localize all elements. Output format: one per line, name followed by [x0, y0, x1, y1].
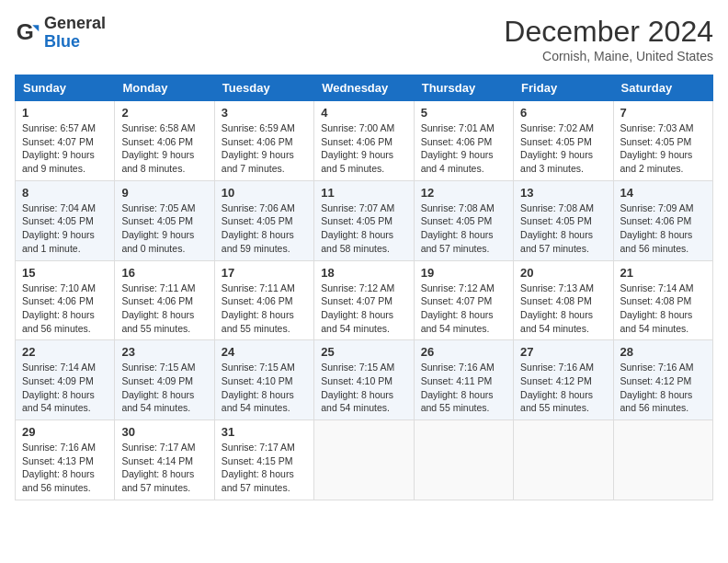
cell-details: Sunrise: 7:09 AMSunset: 4:06 PMDaylight:…: [620, 201, 706, 256]
calendar-cell: 20Sunrise: 7:13 AMSunset: 4:08 PMDayligh…: [514, 260, 613, 340]
cell-details: Sunrise: 7:00 AMSunset: 4:06 PMDaylight:…: [321, 121, 406, 176]
cell-details: Sunrise: 7:03 AMSunset: 4:05 PMDaylight:…: [620, 121, 706, 176]
cell-details: Sunrise: 7:08 AMSunset: 4:05 PMDaylight:…: [520, 201, 606, 256]
cell-details: Sunrise: 7:16 AMSunset: 4:12 PMDaylight:…: [620, 361, 706, 415]
cell-details: Sunrise: 7:08 AMSunset: 4:05 PMDaylight:…: [421, 201, 506, 256]
calendar-cell: 12Sunrise: 7:08 AMSunset: 4:05 PMDayligh…: [414, 180, 513, 260]
day-number: 29: [22, 425, 108, 439]
calendar-cell: 24Sunrise: 7:15 AMSunset: 4:10 PMDayligh…: [214, 340, 313, 420]
day-number: 2: [121, 106, 207, 120]
day-number: 8: [22, 186, 108, 200]
cell-details: Sunrise: 7:07 AMSunset: 4:05 PMDaylight:…: [321, 201, 406, 256]
day-number: 19: [421, 266, 506, 280]
calendar-cell: 11Sunrise: 7:07 AMSunset: 4:05 PMDayligh…: [314, 180, 414, 260]
cell-details: Sunrise: 7:14 AMSunset: 4:08 PMDaylight:…: [620, 282, 706, 336]
cell-details: Sunrise: 7:15 AMSunset: 4:10 PMDaylight:…: [321, 361, 406, 415]
logo-blue: Blue: [44, 33, 106, 52]
day-number: 21: [620, 266, 706, 280]
day-number: 28: [620, 345, 706, 359]
calendar-week-4: 22Sunrise: 7:14 AMSunset: 4:09 PMDayligh…: [16, 340, 713, 420]
cell-details: Sunrise: 7:02 AMSunset: 4:05 PMDaylight:…: [520, 121, 606, 176]
title-block: December 2024 Cornish, Maine, United Sta…: [504, 15, 713, 63]
day-number: 9: [121, 186, 207, 200]
day-number: 3: [222, 106, 307, 120]
calendar-table: SundayMondayTuesdayWednesdayThursdayFrid…: [15, 75, 713, 500]
calendar-week-3: 15Sunrise: 7:10 AMSunset: 4:06 PMDayligh…: [16, 260, 713, 340]
cell-details: Sunrise: 7:17 AMSunset: 4:15 PMDaylight:…: [222, 441, 307, 495]
month-title: December 2024: [504, 15, 713, 49]
calendar-cell: 30Sunrise: 7:17 AMSunset: 4:14 PMDayligh…: [115, 420, 214, 500]
calendar-cell: 7Sunrise: 7:03 AMSunset: 4:05 PMDaylight…: [613, 101, 712, 181]
day-number: 18: [321, 266, 406, 280]
cell-details: Sunrise: 7:05 AMSunset: 4:05 PMDaylight:…: [121, 201, 207, 256]
day-number: 20: [520, 266, 606, 280]
cell-details: Sunrise: 6:57 AMSunset: 4:07 PMDaylight:…: [22, 121, 108, 176]
calendar-header-row: SundayMondayTuesdayWednesdayThursdayFrid…: [16, 75, 713, 101]
calendar-cell: 8Sunrise: 7:04 AMSunset: 4:05 PMDaylight…: [16, 180, 115, 260]
calendar-cell: 6Sunrise: 7:02 AMSunset: 4:05 PMDaylight…: [514, 101, 613, 181]
day-number: 27: [520, 345, 606, 359]
day-number: 31: [222, 425, 307, 439]
svg-text:G: G: [17, 20, 34, 44]
cell-details: Sunrise: 7:13 AMSunset: 4:08 PMDaylight:…: [520, 282, 606, 336]
calendar-cell: 14Sunrise: 7:09 AMSunset: 4:06 PMDayligh…: [613, 180, 712, 260]
calendar-cell: 23Sunrise: 7:15 AMSunset: 4:09 PMDayligh…: [115, 340, 214, 420]
logo-general: General: [44, 15, 106, 33]
calendar-cell: 15Sunrise: 7:10 AMSunset: 4:06 PMDayligh…: [16, 260, 115, 340]
day-number: 22: [22, 345, 108, 359]
calendar-week-5: 29Sunrise: 7:16 AMSunset: 4:13 PMDayligh…: [16, 420, 713, 500]
col-header-thursday: Thursday: [414, 75, 513, 101]
day-number: 30: [121, 425, 207, 439]
col-header-monday: Monday: [115, 75, 214, 101]
calendar-cell: 9Sunrise: 7:05 AMSunset: 4:05 PMDaylight…: [115, 180, 214, 260]
day-number: 11: [321, 186, 406, 200]
cell-details: Sunrise: 7:17 AMSunset: 4:14 PMDaylight:…: [121, 441, 207, 495]
cell-details: Sunrise: 7:11 AMSunset: 4:06 PMDaylight:…: [222, 282, 307, 336]
calendar-cell: 19Sunrise: 7:12 AMSunset: 4:07 PMDayligh…: [414, 260, 513, 340]
page-header: G General Blue December 2024 Cornish, Ma…: [15, 15, 713, 63]
logo-text: General Blue: [44, 15, 106, 52]
cell-details: Sunrise: 6:58 AMSunset: 4:06 PMDaylight:…: [121, 121, 207, 176]
day-number: 14: [620, 186, 706, 200]
calendar-cell: 27Sunrise: 7:16 AMSunset: 4:12 PMDayligh…: [514, 340, 613, 420]
cell-details: Sunrise: 7:01 AMSunset: 4:06 PMDaylight:…: [421, 121, 506, 176]
calendar-cell: 22Sunrise: 7:14 AMSunset: 4:09 PMDayligh…: [16, 340, 115, 420]
cell-details: Sunrise: 7:12 AMSunset: 4:07 PMDaylight:…: [421, 282, 506, 336]
day-number: 16: [121, 266, 207, 280]
cell-details: Sunrise: 7:16 AMSunset: 4:12 PMDaylight:…: [520, 361, 606, 415]
calendar-cell: [613, 420, 712, 500]
col-header-wednesday: Wednesday: [314, 75, 414, 101]
day-number: 23: [121, 345, 207, 359]
logo: G General Blue: [15, 15, 106, 52]
cell-details: Sunrise: 7:11 AMSunset: 4:06 PMDaylight:…: [121, 282, 207, 336]
calendar-cell: 13Sunrise: 7:08 AMSunset: 4:05 PMDayligh…: [514, 180, 613, 260]
calendar-cell: [414, 420, 513, 500]
day-number: 1: [22, 106, 108, 120]
day-number: 12: [421, 186, 506, 200]
calendar-cell: 17Sunrise: 7:11 AMSunset: 4:06 PMDayligh…: [214, 260, 313, 340]
calendar-cell: 1Sunrise: 6:57 AMSunset: 4:07 PMDaylight…: [16, 101, 115, 181]
calendar-cell: [514, 420, 613, 500]
day-number: 7: [620, 106, 706, 120]
day-number: 26: [421, 345, 506, 359]
cell-details: Sunrise: 7:15 AMSunset: 4:09 PMDaylight:…: [121, 361, 207, 415]
col-header-saturday: Saturday: [613, 75, 712, 101]
cell-details: Sunrise: 7:16 AMSunset: 4:11 PMDaylight:…: [421, 361, 506, 415]
col-header-sunday: Sunday: [16, 75, 115, 101]
calendar-cell: 5Sunrise: 7:01 AMSunset: 4:06 PMDaylight…: [414, 101, 513, 181]
day-number: 6: [520, 106, 606, 120]
cell-details: Sunrise: 7:10 AMSunset: 4:06 PMDaylight:…: [22, 282, 108, 336]
calendar-cell: 25Sunrise: 7:15 AMSunset: 4:10 PMDayligh…: [314, 340, 414, 420]
cell-details: Sunrise: 7:12 AMSunset: 4:07 PMDaylight:…: [321, 282, 406, 336]
calendar-cell: 21Sunrise: 7:14 AMSunset: 4:08 PMDayligh…: [613, 260, 712, 340]
calendar-cell: 26Sunrise: 7:16 AMSunset: 4:11 PMDayligh…: [414, 340, 513, 420]
day-number: 24: [222, 345, 307, 359]
calendar-cell: 18Sunrise: 7:12 AMSunset: 4:07 PMDayligh…: [314, 260, 414, 340]
day-number: 25: [321, 345, 406, 359]
day-number: 17: [222, 266, 307, 280]
day-number: 10: [222, 186, 307, 200]
col-header-friday: Friday: [514, 75, 613, 101]
cell-details: Sunrise: 7:16 AMSunset: 4:13 PMDaylight:…: [22, 441, 108, 495]
calendar-week-1: 1Sunrise: 6:57 AMSunset: 4:07 PMDaylight…: [16, 101, 713, 181]
calendar-cell: 31Sunrise: 7:17 AMSunset: 4:15 PMDayligh…: [214, 420, 313, 500]
